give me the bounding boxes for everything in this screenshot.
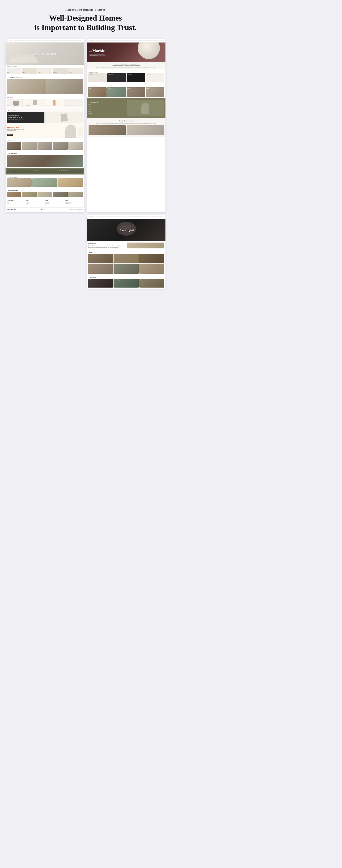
nav-dot — [7, 40, 8, 41]
featured-brands-label: Featured Brands — [7, 109, 83, 112]
insta-post-5[interactable] — [68, 192, 83, 197]
living-room-item-2[interactable] — [45, 79, 83, 94]
footer-copyright: © 2024 Ergo Craft. All Rights Reserved. — [69, 209, 83, 210]
arrival-item-3[interactable]: Cylinder Table — [127, 73, 145, 82]
strip-item-stock: 13 | Products in stock — [32, 169, 57, 174]
footer-col-heading: Social — [45, 200, 64, 201]
categories-browse-label: Browse Categories — [88, 85, 164, 87]
nav-dot — [91, 216, 92, 217]
pag-dot-2[interactable] — [42, 209, 43, 210]
hero-title: Ergo Sofa Collection — [33, 52, 56, 55]
olive-text: • The MarbleCeliniPendeValvyArcSakaya — [89, 101, 126, 115]
pag-dot-3[interactable] — [43, 209, 44, 210]
living-room-item-1[interactable] — [7, 79, 45, 94]
living-room-grid — [7, 79, 83, 94]
fresh-stores-label: Fresh On Stores — [7, 176, 83, 178]
room-dining[interactable] — [53, 142, 67, 150]
latest-arrivals-section: Latest Arrivals Round Table Pendant Ligh… — [87, 69, 166, 83]
arrival-item-2[interactable]: Pendant Light — [107, 73, 126, 82]
process-grid: The Design Consultation Structural Desig… — [88, 279, 164, 287]
nav-dot — [93, 216, 94, 217]
spring-sale-title: Spring Sale — [7, 126, 65, 129]
hero-text-overlay: Ergo Sofa Collection — [33, 52, 56, 55]
strip-item-shipping: Shipping across London,designed furnitur… — [7, 169, 32, 174]
about-heading: Ergo Craft — [88, 243, 126, 244]
arrival-label: Lounge Chair — [146, 73, 164, 76]
insta-post-2[interactable] — [22, 192, 37, 197]
category-label: Chairs — [23, 72, 25, 73]
spring-sale-desc: Enjoy up to 60% off a selection of furni… — [7, 129, 65, 131]
room-livingroom[interactable] — [7, 142, 22, 150]
screenshots-grid: Ergo Sofa Collection Popular categories … — [5, 39, 166, 289]
category-item-chairs[interactable]: Chairs — [22, 68, 37, 74]
fresh-item-2[interactable] — [32, 178, 57, 187]
marble-cta-button[interactable]: Explore Collection — [89, 54, 105, 56]
insta-post-3[interactable] — [37, 192, 52, 197]
marble-title: Marble — [93, 49, 105, 53]
category-item-storage[interactable]: Storage — [68, 68, 83, 74]
room-bathroom[interactable] — [37, 142, 52, 150]
fresh-item-1[interactable] — [7, 178, 32, 187]
work-item-2[interactable] — [113, 254, 139, 264]
categories-label: Popular categories — [7, 66, 83, 67]
category-label: Lighting — [53, 72, 57, 73]
about-text-col: Ergo Craft Ergo Craft is a premier Los A… — [88, 243, 126, 249]
fresh-grid — [7, 178, 83, 187]
process-item-1[interactable]: The Design Consultation — [88, 279, 113, 287]
category-label: Tables — [38, 72, 40, 73]
category-item-sofas[interactable]: Sofas — [7, 68, 22, 74]
brand-dark-card[interactable]: SCANDINAVIANFURNITURE WITH AMINIMALISTIC… — [7, 112, 44, 123]
detail-img-1 — [89, 125, 126, 135]
arrival-item-4[interactable]: Lounge Chair — [146, 73, 164, 82]
process-label-1: The Design Consultation — [88, 279, 113, 281]
cat-card-label: Tables — [88, 87, 107, 90]
marble-circle-decoration — [138, 42, 160, 59]
chair-silhouette-decoration — [141, 102, 149, 114]
product-name: Ergo Chair — [26, 105, 30, 106]
arrival-label: Cylinder Table — [127, 73, 145, 76]
insta-post-4[interactable] — [53, 192, 67, 197]
room-lighting[interactable] — [68, 142, 83, 150]
best-sellers-label: Best sellers — [7, 96, 83, 98]
spring-sale-cta[interactable]: Shop Now — [7, 134, 13, 136]
category-item-tables[interactable]: Tables — [37, 68, 52, 74]
cat-card-lamps[interactable]: Lamps — [146, 87, 164, 97]
insta-post-1[interactable] — [7, 192, 22, 197]
category-item-lighting[interactable]: Lighting — [53, 68, 67, 74]
arrival-item-1[interactable]: Round Table — [88, 73, 107, 82]
footer-col-brand: ERGO CRAFT AboutCareersPress — [7, 200, 25, 206]
fresh-item-3[interactable] — [58, 178, 83, 187]
work-item-4[interactable] — [88, 264, 113, 274]
footer-col-contact: Contact hello@ergocraft.com+1 800 000 00… — [65, 200, 83, 206]
detail-title: Every detail matter — [89, 120, 164, 122]
page-wrapper: Attract and Engage Visitors Well-Designe… — [0, 0, 171, 300]
product-item-side[interactable]: Table — [64, 99, 83, 107]
showroom-section: Our Showroom Loft — [5, 151, 84, 168]
cat-card-tables[interactable]: Tables — [88, 87, 107, 97]
marble-hero-text-container: the Marble Explore Collection — [89, 48, 105, 56]
work-item-5[interactable] — [113, 264, 139, 274]
work-item-6[interactable] — [139, 264, 164, 274]
bottom-right-nav-bar — [87, 215, 166, 219]
product-item-table[interactable]: Side Table — [7, 99, 25, 107]
right-screenshot-card-bottom: Handcrafted Ergo Craft Ergo Craft is a p… — [87, 215, 166, 289]
work-item-3[interactable] — [139, 254, 164, 264]
cat-card-chairs[interactable]: Chairs — [107, 87, 126, 97]
process-item-3[interactable]: Material Selection — [139, 279, 164, 287]
brand-light-card[interactable] — [45, 112, 83, 123]
work-item-1[interactable] — [88, 254, 113, 264]
instagram-label: Instagram Stories — [7, 189, 83, 192]
detail-img-2 — [127, 125, 164, 135]
sofa-decoration — [10, 56, 37, 63]
left-nav-bar — [5, 39, 84, 42]
cat-card-storage[interactable]: Storage — [127, 87, 145, 97]
shop-room-label: Shop by room — [7, 139, 83, 142]
product-item-lamp[interactable]: Floor Lamp — [45, 99, 64, 107]
pag-dot-1[interactable] — [41, 209, 42, 210]
room-bedroom[interactable] — [22, 142, 37, 150]
right-nav-bar — [87, 39, 166, 42]
detail-images — [89, 125, 164, 135]
product-item-chair[interactable]: Ergo Chair — [26, 99, 44, 107]
process-item-2[interactable]: Structural Design — [113, 279, 139, 287]
intro-heading: We are a new concept of functionality.Re… — [88, 63, 164, 66]
